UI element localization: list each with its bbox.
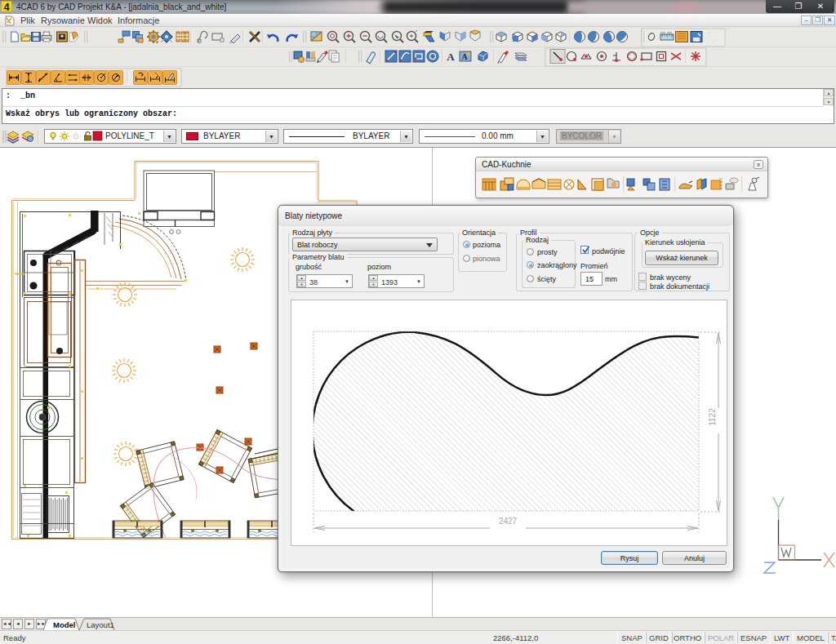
svg-text:A: A bbox=[447, 51, 455, 63]
svg-text:1122: 1122 bbox=[708, 408, 717, 426]
svg-text:2427: 2427 bbox=[499, 517, 518, 526]
svg-text:Layout1: Layout1 bbox=[87, 620, 114, 629]
svg-text:Model: Model bbox=[53, 620, 75, 629]
